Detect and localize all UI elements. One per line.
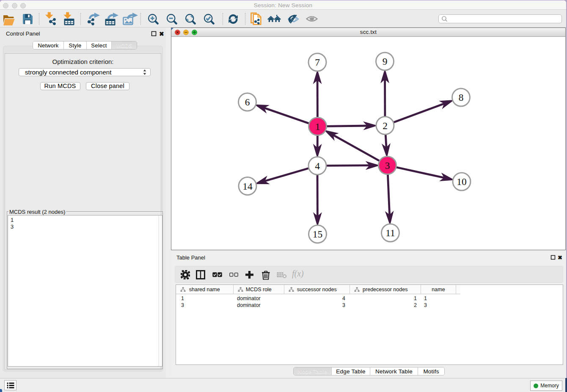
svg-text:14: 14 [242,181,253,192]
svg-text:7: 7 [315,57,320,68]
svg-text:11: 11 [385,227,395,238]
svg-text:2: 2 [383,120,388,131]
svg-text:8: 8 [459,92,464,103]
svg-text:9: 9 [383,56,388,67]
svg-text:1: 1 [315,121,320,132]
svg-text:15: 15 [313,229,323,240]
svg-text:4: 4 [315,160,320,171]
svg-text:10: 10 [457,176,467,187]
svg-text:6: 6 [245,97,250,108]
svg-text:3: 3 [385,160,390,171]
